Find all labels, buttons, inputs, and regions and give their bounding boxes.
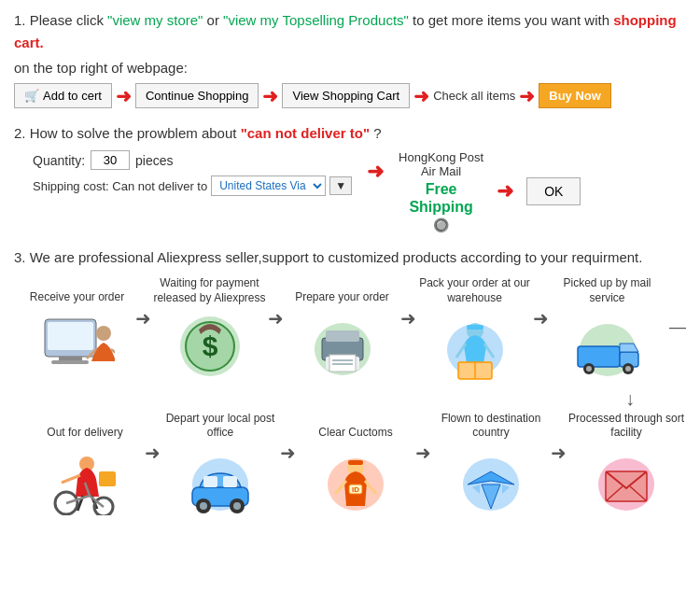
arrow-step-1-2: ➜ xyxy=(268,307,284,353)
continue-shopping-button[interactable]: Continue Shopping xyxy=(135,83,259,108)
section3-number: 3. xyxy=(14,249,26,265)
step-plane: Flown to destination country xyxy=(431,412,551,518)
ship-label: Shipping cost: Can not deliver to xyxy=(33,179,207,193)
deliver-arrow-2: ➜ xyxy=(491,179,519,204)
hk-post-label: HongKong Post Air Mail xyxy=(399,150,483,178)
svg-rect-25 xyxy=(578,346,620,367)
svg-text:$: $ xyxy=(202,330,217,361)
step-5-icon xyxy=(43,442,127,517)
svg-rect-46 xyxy=(203,476,217,487)
svg-point-49 xyxy=(200,502,207,510)
arrow-step-7-8: ➜ xyxy=(415,442,431,487)
vert-arrow-container: ↓ xyxy=(14,388,686,410)
section1-text: 1. Please click "view my store" or "view… xyxy=(14,9,686,54)
arrow-2: ➜ xyxy=(262,85,278,107)
deliver-row: Quantity: pieces Shipping cost: Can not … xyxy=(33,150,686,232)
section2-title: 2. How to solve the prowblem about "can … xyxy=(14,125,686,141)
svg-rect-47 xyxy=(223,476,237,487)
step-9-icon xyxy=(584,443,668,518)
step-customs: Clear Cuctoms ID xyxy=(296,412,415,517)
svg-rect-2 xyxy=(59,357,82,360)
section1-below-text: on the top right of webpage: xyxy=(14,60,686,76)
step-4-label: Picked up by mail service xyxy=(549,276,665,305)
dropdown-arrow[interactable]: ▼ xyxy=(329,176,352,195)
step-delivery: Out for delivery xyxy=(25,412,145,517)
step-0-label: Receive your order xyxy=(30,277,124,305)
svg-rect-1 xyxy=(48,322,93,350)
svg-rect-12 xyxy=(326,330,359,342)
step-4-icon xyxy=(566,309,650,384)
arrow-3: ➜ xyxy=(413,85,429,107)
section1-text-mid2: to get more items you want with xyxy=(413,12,613,28)
vert-arrow-down: — xyxy=(669,317,686,342)
section2-number: 2. xyxy=(14,125,26,141)
ship-select[interactable]: United States Via xyxy=(211,176,326,196)
deliver-right: HongKong Post Air Mail FreeShipping 🔘 ➜ … xyxy=(399,150,581,232)
qty-row: Quantity: pieces xyxy=(33,150,352,170)
step-2-label: Prepare your order xyxy=(295,277,389,305)
qty-unit: pieces xyxy=(135,153,173,168)
deliver-arrow: ➜ xyxy=(361,160,389,184)
section1-text-mid1: or xyxy=(207,12,224,28)
svg-marker-27 xyxy=(620,344,638,352)
section-3: 3. We are professional Aliexpress seller… xyxy=(14,249,686,517)
buy-now-button[interactable]: Buy Now xyxy=(539,83,611,108)
svg-text:ID: ID xyxy=(352,485,359,494)
step-8-icon xyxy=(449,443,533,518)
svg-point-31 xyxy=(625,366,631,372)
step-pickup: Picked up by mail service xyxy=(549,276,665,383)
arrow-step-2-3: ➜ xyxy=(400,307,416,353)
arrow-1: ➜ xyxy=(116,85,132,107)
svg-rect-56 xyxy=(99,471,116,486)
step-2-icon xyxy=(301,308,385,383)
qty-input[interactable] xyxy=(91,150,130,170)
step-6-icon xyxy=(178,443,262,518)
add-to-cert-button[interactable]: Add to cert xyxy=(14,83,112,108)
step-3-icon xyxy=(433,309,517,384)
process-diagram: Receive your order ➜ xyxy=(14,276,686,517)
step-7-label: Clear Cuctoms xyxy=(318,412,392,440)
view-topselling-link[interactable]: "view my Topselling Products" xyxy=(223,12,409,28)
step-postoffice: Depart your local post office xyxy=(161,412,280,518)
arrow-step-8-9: ➜ xyxy=(551,442,567,487)
view-shopping-cart-button[interactable]: View Shopping Cart xyxy=(282,83,410,108)
step-5-label: Out for delivery xyxy=(47,412,122,440)
ok-button[interactable]: OK xyxy=(526,177,581,205)
radio-icon: 🔘 xyxy=(433,218,449,232)
section-2: 2. How to solve the prowblem about "can … xyxy=(14,125,686,232)
step-9-label: Processed through sort facility xyxy=(567,412,686,441)
step-6-label: Depart your local post office xyxy=(161,412,280,441)
check-all-items-text: Check all items xyxy=(433,89,515,103)
section-1: 1. Please click "view my store" or "view… xyxy=(14,9,686,108)
deliver-left: Quantity: pieces Shipping cost: Can not … xyxy=(33,150,352,196)
arrow-step-6-7: ➜ xyxy=(280,442,296,487)
svg-point-4 xyxy=(96,326,111,341)
step-sort: Processed through sort facility xyxy=(567,412,686,518)
view-store-link[interactable]: "view my store" xyxy=(107,12,203,28)
section3-text: We are professional Aliexpress seller,su… xyxy=(30,249,643,265)
ship-row: Shipping cost: Can not deliver to United… xyxy=(33,176,352,196)
arrow-4: ➜ xyxy=(519,85,535,107)
step-prepare: Prepare your order xyxy=(284,277,400,383)
svg-point-51 xyxy=(233,502,241,510)
step-1-label: Waiting for payment released by Aliexpre… xyxy=(151,276,268,305)
svg-point-29 xyxy=(586,366,592,372)
section3-title: 3. We are professional Aliexpress seller… xyxy=(14,249,686,265)
step-7-icon: ID xyxy=(314,442,398,517)
step-payment: Waiting for payment released by Aliexpre… xyxy=(151,276,268,383)
svg-rect-14 xyxy=(329,355,356,372)
process-row2: Processed through sort facility ➜ xyxy=(14,412,686,518)
workflow-row: Add to cert ➜ Continue Shopping ➜ View S… xyxy=(14,83,686,108)
section1-number: 1. xyxy=(14,12,26,28)
svg-rect-19 xyxy=(467,325,483,330)
section2-text-end: ? xyxy=(373,125,381,141)
step-3-label: Pack your order at our warehouse xyxy=(416,276,533,305)
svg-rect-3 xyxy=(51,360,89,364)
section1-text-start: Please click xyxy=(30,12,107,28)
step-0-icon xyxy=(35,308,119,383)
step-pack: Pack your order at our warehouse xyxy=(416,276,533,383)
arrow-step-3-4: ➜ xyxy=(533,307,549,353)
section2-text: How to solve the prowblem about xyxy=(30,125,241,141)
process-row1: Receive your order ➜ xyxy=(14,276,686,383)
arrow-step-5-6: ➜ xyxy=(145,442,161,487)
